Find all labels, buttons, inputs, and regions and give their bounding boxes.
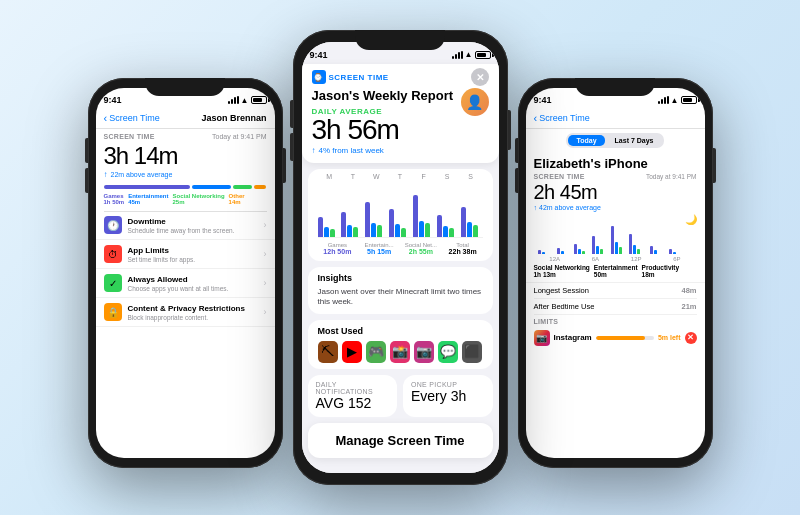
wifi-icon-left: ▲ — [241, 96, 249, 105]
toggle-container-wrap: Today Last 7 Days — [526, 129, 705, 152]
instagram-app-name: Instagram — [554, 333, 592, 342]
always-allowed-item[interactable]: ✓ Always Allowed Choose apps you want at… — [96, 269, 275, 298]
app-limits-text: App Limits Set time limits for apps. — [128, 246, 264, 263]
bar-t-games — [341, 212, 346, 237]
mini-bar-7a — [664, 249, 681, 254]
one-pickup-value: Every 3h — [411, 388, 485, 404]
notch-center — [355, 30, 445, 50]
insights-text: Jason went over their Minecraft limit tw… — [318, 287, 483, 308]
cat-total-total: Total 22h 38m — [443, 242, 483, 255]
battery-right — [681, 96, 697, 104]
other-bar — [254, 185, 267, 189]
chevron-content-privacy: › — [264, 307, 267, 317]
battery-center — [475, 51, 491, 59]
change-text: 4% from last week — [319, 146, 384, 155]
bar-t — [341, 212, 363, 237]
stats-row: Longest Session 48m After Bedtime Use 21… — [526, 282, 705, 315]
other-label: Other 14m — [229, 193, 245, 205]
bar-t2 — [389, 209, 411, 237]
bedtime-moon-icon: 🌙 — [685, 214, 697, 225]
limits-header: LIMITS — [526, 315, 705, 327]
app-limits-title: App Limits — [128, 246, 264, 255]
entertainment-label: Entertainment 45m — [128, 193, 168, 205]
screen-time-logo: ⌚ SCREEN TIME — [312, 70, 389, 84]
insights-section: Insights Jason went over their Minecraft… — [308, 267, 493, 314]
center-power[interactable] — [508, 110, 511, 150]
downtime-text: Downtime Schedule time away from the scr… — [128, 217, 264, 234]
chevron-app-limits: › — [264, 249, 267, 259]
mini-bar-3a — [589, 236, 606, 254]
messages-icon[interactable]: 💬 — [438, 341, 458, 363]
bar-s-ent — [443, 226, 448, 237]
bar-m — [318, 217, 340, 237]
bar-chart: M T W T F S S — [308, 169, 493, 261]
volume-down-button[interactable] — [85, 168, 88, 193]
game-icon[interactable]: 🎮 — [366, 341, 386, 363]
cat-labels-r: Social Networking 1h 13m Entertainment 5… — [526, 262, 705, 282]
minecraft-icon[interactable]: ⛏ — [318, 341, 338, 363]
right-volume-up[interactable] — [515, 138, 518, 163]
bar-s2-games — [461, 207, 466, 237]
longest-session: Longest Session 48m — [534, 283, 697, 299]
mini-bar-6a — [645, 246, 662, 254]
daily-notif-label: Daily Notifications — [316, 381, 390, 395]
signal-center — [452, 51, 463, 59]
daily-avg-time: 3h 56m — [312, 116, 454, 144]
content-privacy-icon: 🔒 — [104, 303, 122, 321]
daily-notif-value: AVG 152 — [316, 395, 390, 411]
status-icons-left: ▲ — [228, 96, 267, 105]
one-pickup-box: One Pickup Every 3h — [403, 375, 493, 417]
center-phone-screen: 9:41 ▲ ✕ ⌚ SCR — [302, 42, 499, 473]
close-button[interactable]: ✕ — [471, 68, 489, 86]
cat-ent-total: Entertain... 5h 15m — [359, 242, 399, 255]
downtime-item[interactable]: 🕐 Downtime Schedule time away from the s… — [96, 211, 275, 240]
always-allowed-icon: ✓ — [104, 274, 122, 292]
date-right: Today at 9:41 PM — [646, 173, 697, 180]
daily-notif-box: Daily Notifications AVG 152 — [308, 375, 398, 417]
nav-title-left[interactable]: Screen Time — [109, 113, 160, 123]
manage-screen-time-button[interactable]: Manage Screen Time — [308, 423, 493, 458]
back-arrow-right[interactable]: ‹ — [534, 112, 538, 124]
other-app-icon[interactable]: ⬛ — [462, 341, 482, 363]
volume-up-button[interactable] — [85, 138, 88, 163]
youtube-icon[interactable]: ▶ — [342, 341, 362, 363]
report-title: Jason's Weekly Report — [312, 88, 454, 103]
bar-m-social — [330, 229, 335, 237]
prod-cat-r: Productivity 18m — [642, 264, 680, 278]
content-privacy-item[interactable]: 🔒 Content & Privacy Restrictions Block i… — [96, 298, 275, 327]
instagram-icon-app[interactable]: 📸 — [390, 341, 410, 363]
ent-cat-r: Entertainment 50m — [594, 264, 638, 278]
logo-icon: ⌚ — [312, 70, 326, 84]
toggle-last7[interactable]: Last 7 Days — [607, 135, 662, 146]
screen-time-section-r: 2h 45m ↑ 42m above average — [526, 181, 705, 211]
mini-bar-4a — [608, 226, 625, 254]
bar-t2-games — [389, 209, 394, 237]
nav-title-right[interactable]: Screen Time — [539, 113, 590, 123]
cat-totals: Games 12h 50m Entertain... 5h 15m Social… — [318, 237, 483, 257]
photo-icon[interactable]: 📷 — [414, 341, 434, 363]
center-header: ⌚ SCREEN TIME ··· Jason's Weekly Report … — [302, 64, 499, 163]
section-row-right: SCREEN TIME Today at 9:41 PM — [526, 173, 705, 181]
right-power[interactable] — [713, 148, 716, 183]
instagram-limit-fill — [596, 336, 645, 340]
instagram-x-icon[interactable]: ✕ — [685, 332, 697, 344]
chevron-always-allowed: › — [264, 278, 267, 288]
right-phone-screen: 9:41 ▲ ‹ Screen Time Today Last 7 Day — [526, 88, 705, 458]
app-limits-item[interactable]: ⏱ App Limits Set time limits for apps. › — [96, 240, 275, 269]
time-center: 9:41 — [310, 50, 328, 60]
cat-labels-left: Games 1h 50m Entertainment 45m Social Ne… — [96, 193, 275, 211]
instagram-limit-bar — [596, 336, 654, 340]
right-volume-down[interactable] — [515, 168, 518, 193]
back-arrow-left[interactable]: ‹ — [104, 112, 108, 124]
time-left: 9:41 — [104, 95, 122, 105]
device-title: Elizabeth's iPhone — [526, 152, 705, 173]
center-volume-down[interactable] — [290, 133, 293, 161]
toggle-today[interactable]: Today — [568, 135, 604, 146]
mini-bar-2a — [571, 244, 588, 254]
center-phone: 9:41 ▲ ✕ ⌚ SCR — [293, 30, 508, 485]
power-button[interactable] — [283, 148, 286, 183]
downtime-icon: 🕐 — [104, 216, 122, 234]
center-volume-up[interactable] — [290, 100, 293, 128]
content-privacy-sub: Block inappropriate content. — [128, 314, 264, 321]
bar-s2-social — [473, 225, 478, 237]
